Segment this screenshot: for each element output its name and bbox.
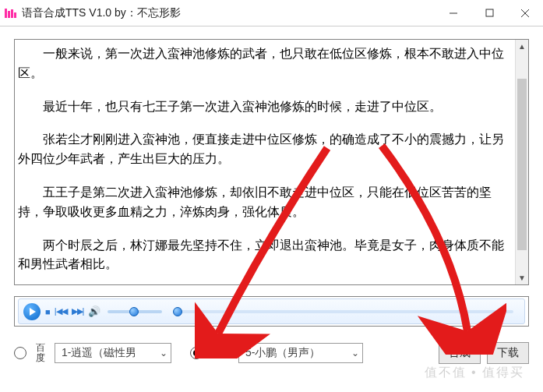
- radio-xunfei-label: 讯飞: [209, 346, 232, 361]
- text-content[interactable]: 一般来说，第一次进入蛮神池修炼的武者，也只敢在低位区修炼，根本不敢进入中位区。 …: [15, 40, 515, 284]
- voice-select-xunfei-value: 5-小鹏（男声）: [245, 346, 320, 360]
- volume-knob[interactable]: [129, 307, 139, 316]
- title-bar: 语音合成TTS V1.0 by：不忘形影: [0, 0, 543, 26]
- paragraph: 张若尘才刚刚进入蛮神池，便直接走进中位区修炼，的确造成了不小的震撼力，让另外四位…: [15, 130, 510, 169]
- next-icon[interactable]: ▶▶|: [72, 306, 84, 316]
- progress-knob[interactable]: [173, 307, 182, 316]
- svg-rect-2: [11, 9, 13, 18]
- svg-rect-5: [486, 9, 493, 16]
- player-panel: ■ |◀◀ ▶▶| 🔊: [14, 296, 529, 327]
- close-button[interactable]: [507, 0, 543, 26]
- app-icon: [5, 7, 17, 19]
- bottom-controls: 百 度 1-逍遥（磁性男 ⌄ 讯飞 5-小鹏（男声） ⌄ 合成 下载: [14, 337, 529, 369]
- paragraph: 最近十年，也只有七王子第一次进入蛮神池修炼的时候，走进了中位区。: [15, 97, 510, 117]
- play-button[interactable]: [23, 303, 41, 320]
- maximize-button[interactable]: [471, 0, 507, 26]
- voice-select-baidu-value: 1-逍遥（磁性男: [62, 346, 136, 360]
- radio-xunfei[interactable]: [190, 347, 203, 359]
- text-panel: 一般来说，第一次进入蛮神池修炼的武者，也只敢在低位区修炼，根本不敢进入中位区。 …: [14, 39, 529, 285]
- svg-rect-3: [14, 12, 16, 18]
- scroll-down-icon[interactable]: ▼: [516, 271, 528, 284]
- paragraph: 两个时辰之后，林汀娜最先坚持不住，立即退出蛮神池。毕竟是女子，肉身体质不能和男性…: [15, 236, 510, 275]
- scroll-up-icon[interactable]: ▲: [516, 40, 528, 53]
- progress-slider[interactable]: [173, 310, 513, 313]
- svg-rect-1: [8, 11, 10, 18]
- voice-select-baidu[interactable]: 1-逍遥（磁性男 ⌄: [55, 343, 171, 363]
- minimize-button[interactable]: [435, 0, 471, 26]
- download-button[interactable]: 下载: [487, 342, 529, 364]
- paragraph: 五王子是第二次进入蛮神池修炼，却依旧不敢走进中位区，只能在低位区苦苦的坚持，争取…: [15, 183, 510, 222]
- svg-rect-0: [5, 9, 7, 18]
- voice-select-xunfei[interactable]: 5-小鹏（男声） ⌄: [238, 343, 363, 363]
- volume-icon[interactable]: 🔊: [88, 305, 100, 317]
- chevron-down-icon: ⌄: [351, 348, 359, 358]
- stop-icon[interactable]: ■: [45, 307, 50, 316]
- radio-baidu[interactable]: [14, 347, 26, 359]
- volume-slider[interactable]: [108, 310, 162, 313]
- chevron-down-icon: ⌄: [160, 348, 167, 358]
- window-title: 语音合成TTS V1.0 by：不忘形影: [22, 6, 435, 20]
- paragraph: 一般来说，第一次进入蛮神池修炼的武者，也只敢在低位区修炼，根本不敢进入中位区。: [15, 44, 510, 83]
- scroll-thumb[interactable]: [517, 79, 527, 250]
- radio-baidu-label: 百 度: [33, 343, 48, 363]
- text-scrollbar[interactable]: ▲ ▼: [515, 40, 528, 284]
- synthesize-button[interactable]: 合成: [439, 342, 481, 364]
- prev-icon[interactable]: |◀◀: [55, 306, 67, 316]
- player-controls: ■ |◀◀ ▶▶| 🔊: [18, 298, 525, 324]
